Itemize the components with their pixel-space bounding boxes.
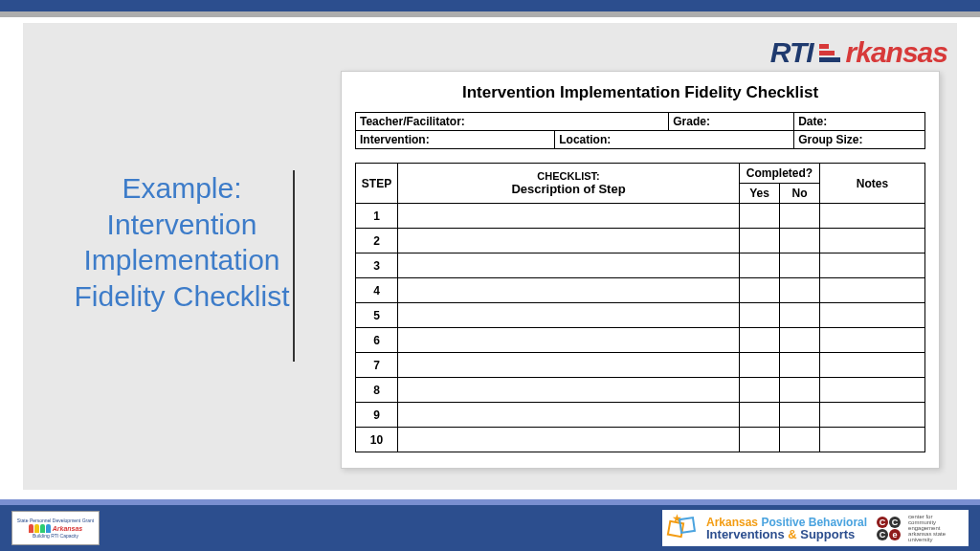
- rti-text: RTI: [770, 36, 813, 69]
- footer-bar: State Personnel Development Grant Arkans…: [0, 505, 980, 551]
- step-num: 1: [356, 204, 398, 229]
- checklist-label: CHECKLIST:: [402, 170, 735, 182]
- table-row: 9: [356, 403, 925, 428]
- step-num: 2: [356, 229, 398, 253]
- vertical-divider: [293, 170, 295, 362]
- info-table: Teacher/Facilitator: Grade: Date: Interv…: [355, 112, 925, 149]
- side-title: Example: Intervention Implementation Fid…: [57, 170, 306, 314]
- checklist-document: Intervention Implementation Fidelity Che…: [341, 71, 940, 469]
- main-area: RTI rkansas Example: Intervention Implem…: [0, 17, 980, 499]
- rti-arkansas-logo: RTI rkansas: [770, 36, 947, 69]
- table-row: 10: [356, 428, 925, 452]
- intervention-label: Intervention:: [356, 131, 555, 149]
- table-row: 8: [356, 378, 925, 403]
- logo-bars-icon: [819, 44, 840, 62]
- step-num: 4: [356, 278, 398, 303]
- pbis-badge: ★ Arkansas Positive Behavioral Intervent…: [662, 510, 969, 546]
- step-num: 6: [356, 328, 398, 353]
- description-label: Description of Step: [402, 182, 735, 196]
- table-row: 6: [356, 328, 925, 353]
- step-num: 9: [356, 403, 398, 428]
- pbis-l2b: Supports: [800, 527, 855, 541]
- col-notes: Notes: [820, 164, 925, 204]
- footer: State Personnel Development Grant Arkans…: [0, 499, 980, 551]
- step-num: 10: [356, 428, 398, 452]
- col-step: STEP: [356, 164, 398, 204]
- step-num: 8: [356, 378, 398, 403]
- step-num: 3: [356, 253, 398, 278]
- doc-title: Intervention Implementation Fidelity Che…: [355, 83, 925, 102]
- pbis-l2a: Interventions: [706, 527, 788, 541]
- checklist-body: 1 2 3 4 5 6 7 8 9 10: [356, 204, 925, 452]
- pbis-text: Arkansas Positive Behavioral Interventio…: [706, 517, 867, 540]
- cce-text: center for community engagement arkansas…: [908, 514, 960, 542]
- col-yes: Yes: [740, 184, 780, 204]
- pbis-amp: &: [788, 527, 800, 541]
- col-description: CHECKLIST: Description of Step: [398, 164, 740, 204]
- date-label: Date:: [794, 113, 925, 131]
- pbis-icon: ★: [668, 514, 701, 542]
- people-icon: [29, 524, 51, 533]
- spdg-arc-text: State Personnel Development Grant: [17, 518, 94, 523]
- cce-icon: CCCe: [877, 517, 901, 540]
- table-row: 3: [356, 253, 925, 278]
- table-row: 5: [356, 303, 925, 328]
- table-row: 2: [356, 229, 925, 253]
- teacher-label: Teacher/Facilitator:: [356, 113, 669, 131]
- side-title-wrap: Example: Intervention Implementation Fid…: [57, 170, 306, 314]
- location-label: Location:: [555, 131, 794, 149]
- step-num: 7: [356, 353, 398, 378]
- table-row: 4: [356, 278, 925, 303]
- checklist-table: STEP CHECKLIST: Description of Step Comp…: [355, 163, 925, 452]
- arkansas-mini: Arkansas: [53, 525, 83, 532]
- table-row: 1: [356, 204, 925, 229]
- table-row: 7: [356, 353, 925, 378]
- groupsize-label: Group Size:: [794, 131, 925, 149]
- col-completed: Completed?: [740, 164, 820, 184]
- arkansas-text: rkansas: [846, 36, 947, 69]
- top-bar: [0, 0, 980, 11]
- spdg-caption: Building RTI Capacity: [33, 534, 78, 539]
- spdg-badge: State Personnel Development Grant Arkans…: [11, 511, 100, 545]
- col-no: No: [780, 184, 820, 204]
- step-num: 5: [356, 303, 398, 328]
- grade-label: Grade:: [669, 113, 794, 131]
